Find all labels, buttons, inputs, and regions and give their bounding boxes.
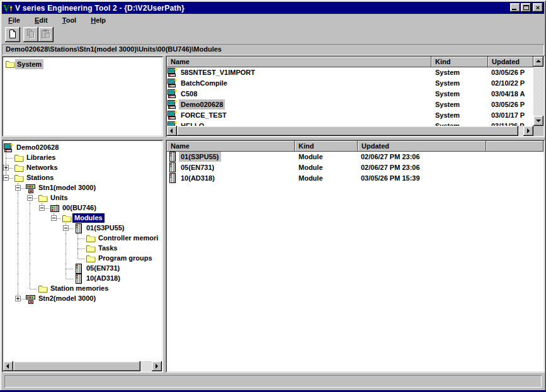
name-cell: 58SNTEST_V1IMPORT xyxy=(167,67,431,78)
column-header-kind[interactable]: Kind xyxy=(431,57,488,67)
list-item-demo020628[interactable]: Demo020628System03/05/26 P xyxy=(167,99,533,110)
tree-expander-minus[interactable] xyxy=(3,175,9,181)
updated-cell: 03/05/26 P xyxy=(488,99,533,110)
name-cell: FORCE_TEST xyxy=(167,110,431,121)
system-icon xyxy=(168,67,178,77)
vertical-scrollbar[interactable] xyxy=(533,57,543,126)
list-item-batchcompile[interactable]: BatchCompileSystem02/10/22 P xyxy=(167,78,533,89)
column-header-name[interactable]: Name xyxy=(167,57,431,67)
name-cell: 10(AD318) xyxy=(167,173,295,184)
new-button[interactable] xyxy=(5,27,20,42)
vertical-scroll-track[interactable] xyxy=(533,67,543,116)
tree-expander-plus[interactable] xyxy=(15,296,21,301)
expander-minus-glyph xyxy=(28,198,31,198)
tree-line xyxy=(18,254,18,264)
horizontal-scroll-thumb[interactable] xyxy=(177,126,518,136)
list-rows: 58SNTEST_V1IMPORTSystem03/05/26 PBatchCo… xyxy=(167,67,533,126)
tree-item-stn2-model-3000[interactable]: Stn2(model 3000) xyxy=(3,294,162,304)
maximize-icon xyxy=(523,5,529,10)
tree-item-stn1-model-3000[interactable]: Stn1(model 3000) xyxy=(3,183,162,193)
scroll-up-button[interactable] xyxy=(533,57,543,67)
tree-item-units[interactable]: Units xyxy=(3,193,162,203)
maximize-button[interactable] xyxy=(521,3,531,12)
tree-item-libraries[interactable]: Libraries xyxy=(3,153,162,163)
tree-expander-minus[interactable] xyxy=(51,215,57,221)
minimize-icon xyxy=(512,9,516,10)
tree-item-label: 00(BU746) xyxy=(60,203,98,213)
list-item-05-en731[interactable]: 05(EN731)Module02/06/27 PM 23:06 xyxy=(167,162,543,173)
expander-minus-glyph xyxy=(52,218,55,218)
tree-line xyxy=(77,249,78,254)
menu-tool[interactable]: Tool xyxy=(58,15,81,25)
minimize-button[interactable] xyxy=(510,3,520,12)
column-header-blank[interactable] xyxy=(486,141,543,152)
scroll-left-button[interactable] xyxy=(167,126,177,136)
horizontal-scrollbar[interactable] xyxy=(167,126,533,136)
tree-item-tasks[interactable]: Tasks xyxy=(3,244,162,254)
column-header-kind[interactable]: Kind xyxy=(295,141,358,152)
scroll-right-button[interactable] xyxy=(523,126,533,136)
item-name: 01(S3PU55) xyxy=(179,152,221,162)
updated-cell: 02/06/27 PM 23:06 xyxy=(358,162,486,173)
app-window: V V series Engineering Tool 2 - {D:\V2Us… xyxy=(0,0,546,392)
tree-item-01-s3pu55[interactable]: 01(S3PU55) xyxy=(3,223,162,233)
updated-cell: 02/06/27 PM 23:06 xyxy=(358,152,486,162)
tree-item-00-bu746[interactable]: 00(BU746) xyxy=(3,203,162,213)
system-root-item[interactable]: System xyxy=(5,59,43,70)
title-bar[interactable]: V V series Engineering Tool 2 - {D:\V2Us… xyxy=(2,2,544,14)
tree-line xyxy=(18,244,18,254)
kind-cell: Module xyxy=(295,173,358,184)
tree-scroll-thumb[interactable] xyxy=(13,361,140,371)
tree-scroll-right-button[interactable] xyxy=(152,361,162,371)
copy-button[interactable] xyxy=(23,27,38,42)
tree-expander-minus[interactable] xyxy=(63,225,69,231)
column-header-name[interactable]: Name xyxy=(167,141,295,152)
system-root-panel: System xyxy=(2,56,163,137)
kind-cell: System xyxy=(431,67,488,78)
column-header-updated[interactable]: Updated xyxy=(358,141,486,152)
tree-item-10-ad318[interactable]: 10(AD318) xyxy=(3,274,162,284)
folder-icon xyxy=(38,284,48,294)
tree-item-station-memories[interactable]: Station memories xyxy=(3,284,162,294)
list-item-c508[interactable]: C508System03/04/18 A xyxy=(167,89,533,99)
column-header-updated[interactable]: Updated xyxy=(488,57,533,67)
close-button[interactable]: × xyxy=(533,3,543,12)
tree-item-controller-memori[interactable]: Controller memori xyxy=(3,233,162,244)
tree-item-label: Demo020628 xyxy=(14,143,60,152)
paste-button[interactable] xyxy=(38,27,54,42)
module-icon xyxy=(168,173,178,183)
menu-help[interactable]: Help xyxy=(86,15,110,25)
expander-minus-glyph xyxy=(40,208,43,208)
list-item-hello[interactable]: HELLOSystem03/11/26 P xyxy=(167,121,533,126)
tree-horizontal-scrollbar[interactable] xyxy=(3,361,162,371)
tree-expander-plus[interactable] xyxy=(3,165,9,171)
tree-item-modules[interactable]: Modules xyxy=(3,213,162,223)
tree-item-label: 05(EN731) xyxy=(84,264,122,273)
list-item-58sntest-v1import[interactable]: 58SNTEST_V1IMPORTSystem03/05/26 P xyxy=(167,67,533,78)
tree-item-label: Tasks xyxy=(96,244,119,253)
tree-expander-minus[interactable] xyxy=(27,195,33,201)
menu-edit[interactable]: Edit xyxy=(30,15,52,25)
item-name: BatchCompile xyxy=(179,78,229,88)
left-arrow-icon xyxy=(170,128,173,133)
list-item-10-ad318[interactable]: 10(AD318)Module03/05/26 PM 15:39 xyxy=(167,173,543,184)
scroll-down-button[interactable] xyxy=(533,116,543,126)
tree-item-networks[interactable]: Networks xyxy=(3,163,162,173)
tree-expander-minus[interactable] xyxy=(15,185,21,191)
list-item-01-s3pu55[interactable]: 01(S3PU55)Module02/06/27 PM 23:06 xyxy=(167,152,543,162)
menu-file[interactable]: File xyxy=(4,15,25,25)
tree-item-demo020628[interactable]: Demo020628 xyxy=(3,143,162,153)
tree-expander-minus[interactable] xyxy=(39,205,45,211)
tree-item-program-groups[interactable]: Program groups xyxy=(3,254,162,264)
name-cell: C508 xyxy=(167,89,431,99)
tree-item-05-en731[interactable]: 05(EN731) xyxy=(3,264,162,274)
item-name: 05(EN731) xyxy=(179,162,216,172)
tree-scroll-left-button[interactable] xyxy=(3,361,13,371)
tree-line xyxy=(18,193,18,203)
expander-plus-glyph xyxy=(6,166,6,169)
list-item-force-test[interactable]: FORCE_TESTSystem03/01/17 P xyxy=(167,110,533,121)
item-name: 10(AD318) xyxy=(179,173,217,183)
name-cell: Demo020628 xyxy=(167,99,431,110)
tree-item-stations[interactable]: Stations xyxy=(3,173,162,183)
status-bar xyxy=(4,375,542,388)
